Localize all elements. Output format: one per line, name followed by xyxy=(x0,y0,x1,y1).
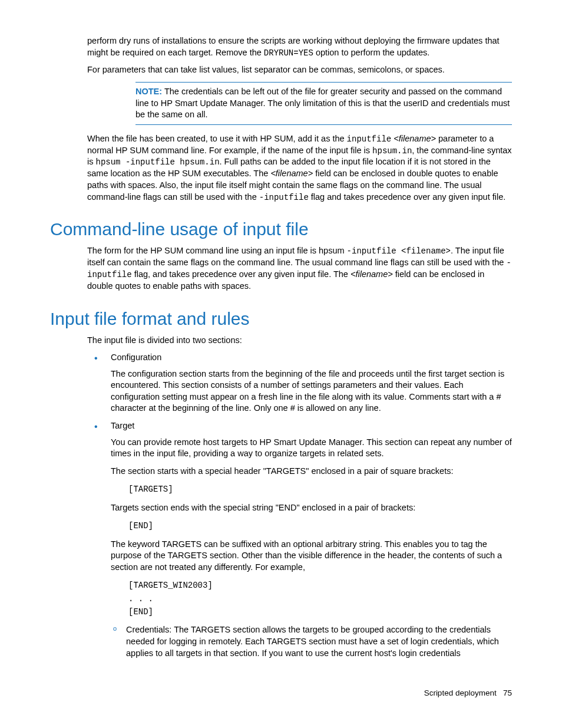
list-item-configuration: Configuration The configuration section … xyxy=(87,352,512,414)
param-filename: <filename> xyxy=(394,134,436,143)
note-content: NOTE: The credentials can be left out of… xyxy=(135,86,512,121)
footer-section-title: Scripted deployment xyxy=(424,689,497,697)
page-container: perform dry runs of installations to ens… xyxy=(0,0,562,721)
note-text: The credentials can be left out of the f… xyxy=(135,87,510,119)
list-item-target: Target You can provide remote host targe… xyxy=(87,420,512,659)
code-line: . . . xyxy=(128,592,512,605)
note-callout: NOTE: The credentials can be left out of… xyxy=(135,82,512,125)
paragraph-dryrun: perform dry runs of installations to ens… xyxy=(87,35,512,58)
li-body-configuration: The configuration section starts from th… xyxy=(111,368,512,414)
footer-page-number: 75 xyxy=(503,689,512,697)
sublist: Credentials: The TARGETS section allows … xyxy=(111,624,512,659)
paragraph-sections-intro: The input file is divided into two secti… xyxy=(87,335,512,347)
li-body-targets-suffix: The keyword TARGETS can be suffixed with… xyxy=(111,539,512,574)
code-line: [TARGETS_WIN2003] xyxy=(128,579,512,592)
paragraph-inputfile-usage: When the file has been created, to use i… xyxy=(87,133,512,203)
text: When the file has been created, to use i… xyxy=(87,134,347,143)
li-title-target: Target xyxy=(111,421,134,430)
code-inputfile: inputfile xyxy=(347,134,392,144)
code-hpsum-in: hpsum.in xyxy=(372,146,412,156)
code-dryrun: DRYRUN=YES xyxy=(264,48,313,58)
code-hpsum-cmd: hpsum -inputfile hpsum.in xyxy=(96,157,220,167)
heading-cmdline-usage: Command-line usage of input file xyxy=(50,219,512,239)
paragraph-cmdline-form: The form for the HP SUM command line usi… xyxy=(87,245,512,292)
paragraph-list-separator: For parameters that can take list values… xyxy=(87,64,512,76)
li-body-targets-header: The section starts with a special header… xyxy=(111,466,512,477)
param-filename: <filename> xyxy=(351,269,393,279)
li-title-configuration: Configuration xyxy=(111,353,161,362)
heading-input-file-format: Input file format and rules xyxy=(50,309,512,329)
li-body-end-header: Targets section ends with the special st… xyxy=(111,502,512,514)
code-block-targets-example: [TARGETS_WIN2003] . . . [END] xyxy=(128,579,512,618)
text: flag and takes precedence over any given… xyxy=(309,192,506,202)
section-list: Configuration The configuration section … xyxy=(87,352,512,659)
param-filename: <filename> xyxy=(270,169,313,178)
li-body-target-intro: You can provide remote host targets to H… xyxy=(111,437,512,460)
code-line: [END] xyxy=(128,605,512,618)
text: option to perform the updates. xyxy=(313,48,430,57)
note-label: NOTE: xyxy=(135,87,162,96)
code-block-end: [END] xyxy=(128,519,512,532)
text: The form for the HP SUM command line usi… xyxy=(87,246,347,255)
code-block-targets: [TARGETS] xyxy=(128,483,512,496)
sublist-item-credentials: Credentials: The TARGETS section allows … xyxy=(111,624,512,659)
code-inputfile-flag: -inputfile xyxy=(259,193,309,202)
text: flag, and takes precedence over any give… xyxy=(132,269,351,279)
page-footer: Scripted deployment 75 xyxy=(50,689,512,697)
code-inputfile-filename: -inputfile <filename> xyxy=(347,246,451,256)
